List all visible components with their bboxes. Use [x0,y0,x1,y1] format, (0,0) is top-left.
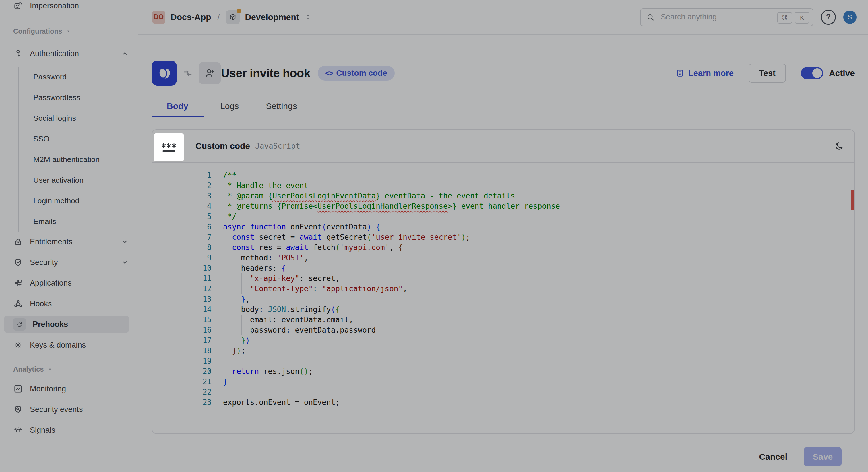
code-text: "Content-Type": "application/json", [223,283,407,294]
sidebar-item-prehooks[interactable]: Prehooks [4,316,129,333]
main-area: DO Docs-App / Development ⌘ K ? S [138,0,868,472]
breadcrumb-app-name[interactable]: Docs-App [170,12,211,22]
line-number: 4 [186,201,212,211]
sidebar-item-security[interactable]: Security [0,254,138,271]
siren-icon [13,425,23,435]
indent-guide [228,180,228,222]
breadcrumb: DO Docs-App / Development [152,10,312,24]
code-text: } [223,376,228,387]
sidebar-item-keys-domains[interactable]: Keys & domains [0,336,138,353]
sidebar-item-label: Security [30,258,114,267]
breadcrumb-separator: / [218,12,220,22]
chevron-up-icon [121,49,129,58]
tab-settings[interactable]: Settings [255,99,307,117]
code-line: 19 [186,356,854,366]
sidebar-subitem[interactable]: Password [33,67,138,87]
global-search: ⌘ K [640,8,813,26]
sidebar-item-label: Applications [30,279,129,288]
badge-label: Custom code [336,69,387,78]
tab-body[interactable]: Body [152,99,204,117]
sidebar-item-applications[interactable]: Applications [0,274,138,292]
env-switcher-icon[interactable] [304,13,312,21]
tabs: Body Logs Settings [152,99,855,117]
sidebar-item-entitlements[interactable]: Entitlements [0,233,138,250]
editor-scrollbar[interactable] [849,163,850,433]
sidebar-item-hooks[interactable]: Hooks [0,295,138,312]
sidebar-analytics-items: MonitoringSecurity eventsSignals [0,380,138,439]
line-number: 20 [186,366,212,376]
code-brackets-icon: <> [325,69,333,78]
sidebar-item-authentication[interactable]: Authentication [0,45,138,62]
sidebar-item-label: Entitlements [30,237,114,246]
sidebar-item-monitoring[interactable]: Monitoring [0,380,138,398]
line-number: 23 [186,397,212,407]
code-text: * @returns {Promise<UserPoolsLoginHandle… [223,201,560,211]
toggle-knob [812,68,822,78]
loop-arrow-icon [15,320,24,329]
code-line: 11 "x-api-key": secret, [186,273,854,283]
code-line: 21} [186,376,854,387]
frontegg-logo-icon [152,61,177,86]
sidebar-subitem[interactable]: SSO [33,129,138,149]
sidebar-subitem[interactable]: User activation [33,170,138,191]
test-button[interactable]: Test [749,64,786,82]
sidebar-subitem[interactable]: Social logins [33,108,138,129]
chevron-down-icon [121,258,129,267]
save-button[interactable]: Save [804,447,842,466]
code-line: 6async function onEvent(eventData) { [186,222,854,232]
authentication-submenu: PasswordPasswordlessSocial loginsSSOM2M … [19,67,138,232]
sidebar-subitem[interactable]: M2M authentication [33,149,138,170]
line-number: 22 [186,387,212,397]
sidebar-item-signals[interactable]: Signals [0,422,138,439]
search-shortcut: ⌘ K [777,12,809,24]
code-line: 17 }) [186,335,854,345]
line-number: 12 [186,283,212,294]
sidebar-item-impersonation[interactable]: Impersonation [0,0,138,14]
code-line: 7 const secret = await getSecret('user_i… [186,232,854,242]
sidebar-section-analytics[interactable]: Analytics [13,365,138,373]
sidebar-item-label: Monitoring [30,384,129,394]
code-text: * Handle the event [223,180,308,191]
sidebar-subitem[interactable]: Emails [33,211,138,232]
environment-status-dot [237,9,241,13]
code-line: 8 const res = await fetch('myapi.com', { [186,242,854,252]
line-number: 3 [186,191,212,201]
code-line: 5 */ [186,211,854,222]
line-number: 6 [186,222,212,232]
code-line: 16 password: eventData.password [186,325,854,335]
code-editor[interactable]: 1/**2 * Handle the event3 * @param {User… [186,163,854,433]
code-line: 13 }, [186,294,854,304]
line-number: 18 [186,345,212,356]
indent-guide [241,314,242,335]
k-key-badge: K [795,12,809,24]
breadcrumb-env-name[interactable]: Development [245,12,299,22]
gear-icon [13,340,23,350]
cube-icon [229,13,237,21]
sidebar-section-configurations[interactable]: Configurations [13,27,138,35]
learn-more-link[interactable]: Learn more [676,69,734,78]
code-text: method: 'POST', [223,252,308,263]
line-number: 15 [186,314,212,325]
dark-mode-toggle-icon[interactable] [834,141,844,151]
help-button[interactable]: ? [821,10,836,25]
secrets-button[interactable] [154,133,184,162]
custom-code-badge: <> Custom code [318,66,395,80]
editor-header: Custom code JavaScript [152,130,854,163]
editor-left-strip [152,163,186,433]
sidebar-item-label: Signals [30,426,129,435]
cancel-button[interactable]: Cancel [759,452,787,462]
asterisks-icon [161,143,176,148]
shield-search-icon [13,405,23,414]
sidebar-subitem[interactable]: Login method [33,191,138,211]
code-text: body: JSON.stringify({ [223,304,340,314]
caret-down-icon [47,366,53,372]
sidebar-subitem[interactable]: Passwordless [33,87,138,108]
avatar[interactable]: S [843,11,857,24]
shield-check-icon [13,258,23,267]
sidebar-item-security-events[interactable]: Security events [0,401,138,418]
code-text: }, [223,294,250,304]
error-marker [851,190,854,210]
active-toggle[interactable] [801,67,823,79]
code-text: * @param {UserPoolsLoginEventData} event… [223,191,515,201]
tab-logs[interactable]: Logs [204,99,255,117]
